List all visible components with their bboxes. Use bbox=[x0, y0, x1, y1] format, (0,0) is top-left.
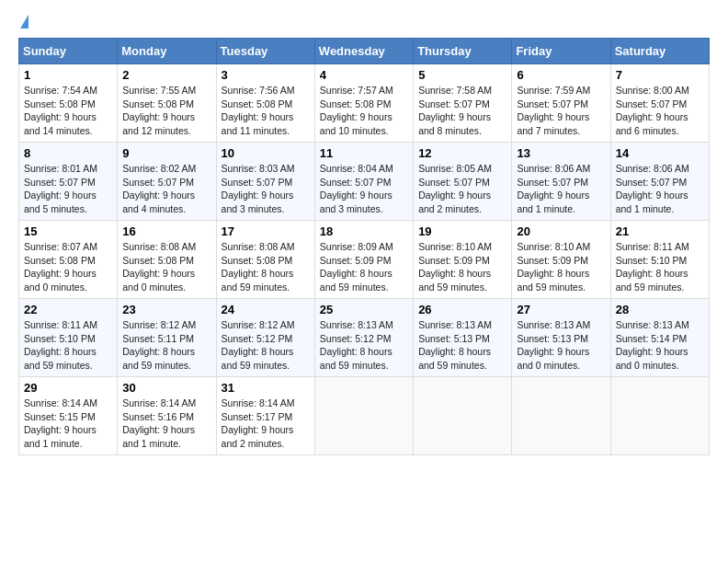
calendar-cell: 31Sunrise: 8:14 AM Sunset: 5:17 PM Dayli… bbox=[216, 377, 314, 455]
header-tuesday: Tuesday bbox=[216, 39, 314, 64]
calendar-cell: 25Sunrise: 8:13 AM Sunset: 5:12 PM Dayli… bbox=[314, 299, 413, 377]
calendar: Sunday Monday Tuesday Wednesday Thursday… bbox=[18, 38, 710, 455]
day-info: Sunrise: 8:08 AM Sunset: 5:08 PM Dayligh… bbox=[222, 240, 310, 294]
day-info: Sunrise: 7:56 AM Sunset: 5:08 PM Dayligh… bbox=[222, 84, 310, 138]
header bbox=[18, 15, 710, 29]
day-number: 11 bbox=[320, 146, 408, 160]
calendar-week-row: 1Sunrise: 7:54 AM Sunset: 5:08 PM Daylig… bbox=[19, 64, 710, 143]
day-number: 16 bbox=[122, 224, 210, 238]
header-thursday: Thursday bbox=[414, 39, 512, 64]
header-wednesday: Wednesday bbox=[314, 39, 413, 64]
calendar-cell: 3Sunrise: 7:56 AM Sunset: 5:08 PM Daylig… bbox=[216, 64, 314, 143]
day-info: Sunrise: 8:04 AM Sunset: 5:07 PM Dayligh… bbox=[320, 162, 408, 216]
logo-triangle-icon bbox=[20, 15, 28, 29]
day-number: 27 bbox=[517, 303, 605, 316]
day-info: Sunrise: 8:10 AM Sunset: 5:09 PM Dayligh… bbox=[418, 240, 506, 294]
day-info: Sunrise: 8:14 AM Sunset: 5:16 PM Dayligh… bbox=[122, 396, 210, 451]
day-info: Sunrise: 8:00 AM Sunset: 5:07 PM Dayligh… bbox=[616, 84, 704, 138]
weekday-header-row: Sunday Monday Tuesday Wednesday Thursday… bbox=[19, 39, 710, 64]
day-info: Sunrise: 8:05 AM Sunset: 5:07 PM Dayligh… bbox=[418, 162, 506, 216]
day-number: 10 bbox=[222, 146, 310, 160]
calendar-cell: 19Sunrise: 8:10 AM Sunset: 5:09 PM Dayli… bbox=[414, 221, 512, 299]
calendar-cell: 2Sunrise: 7:55 AM Sunset: 5:08 PM Daylig… bbox=[118, 64, 216, 143]
day-number: 31 bbox=[222, 381, 310, 395]
calendar-cell: 27Sunrise: 8:13 AM Sunset: 5:13 PM Dayli… bbox=[512, 299, 610, 377]
calendar-week-row: 29Sunrise: 8:14 AM Sunset: 5:15 PM Dayli… bbox=[19, 377, 710, 455]
calendar-cell: 7Sunrise: 8:00 AM Sunset: 5:07 PM Daylig… bbox=[610, 64, 709, 143]
day-number: 29 bbox=[24, 381, 112, 395]
calendar-cell: 17Sunrise: 8:08 AM Sunset: 5:08 PM Dayli… bbox=[216, 221, 314, 299]
day-number: 3 bbox=[222, 68, 310, 82]
calendar-cell: 28Sunrise: 8:13 AM Sunset: 5:14 PM Dayli… bbox=[610, 299, 709, 377]
calendar-cell: 8Sunrise: 8:01 AM Sunset: 5:07 PM Daylig… bbox=[19, 143, 118, 221]
calendar-week-row: 8Sunrise: 8:01 AM Sunset: 5:07 PM Daylig… bbox=[19, 143, 710, 221]
day-info: Sunrise: 8:12 AM Sunset: 5:11 PM Dayligh… bbox=[122, 318, 210, 373]
day-info: Sunrise: 8:06 AM Sunset: 5:07 PM Dayligh… bbox=[616, 162, 704, 216]
calendar-cell: 13Sunrise: 8:06 AM Sunset: 5:07 PM Dayli… bbox=[512, 143, 610, 221]
calendar-cell: 14Sunrise: 8:06 AM Sunset: 5:07 PM Dayli… bbox=[610, 143, 709, 221]
calendar-week-row: 15Sunrise: 8:07 AM Sunset: 5:08 PM Dayli… bbox=[19, 221, 710, 299]
day-info: Sunrise: 8:13 AM Sunset: 5:14 PM Dayligh… bbox=[616, 318, 704, 373]
logo-row bbox=[18, 15, 28, 29]
day-number: 12 bbox=[418, 146, 506, 160]
day-number: 23 bbox=[122, 303, 210, 316]
calendar-cell: 20Sunrise: 8:10 AM Sunset: 5:09 PM Dayli… bbox=[512, 221, 610, 299]
calendar-cell: 26Sunrise: 8:13 AM Sunset: 5:13 PM Dayli… bbox=[414, 299, 512, 377]
calendar-cell: 30Sunrise: 8:14 AM Sunset: 5:16 PM Dayli… bbox=[118, 377, 216, 455]
day-info: Sunrise: 8:13 AM Sunset: 5:13 PM Dayligh… bbox=[418, 318, 506, 373]
header-saturday: Saturday bbox=[610, 39, 709, 64]
day-info: Sunrise: 8:11 AM Sunset: 5:10 PM Dayligh… bbox=[616, 240, 704, 294]
calendar-cell: 18Sunrise: 8:09 AM Sunset: 5:09 PM Dayli… bbox=[314, 221, 413, 299]
day-info: Sunrise: 7:54 AM Sunset: 5:08 PM Dayligh… bbox=[24, 84, 112, 138]
day-info: Sunrise: 8:02 AM Sunset: 5:07 PM Dayligh… bbox=[122, 162, 210, 216]
calendar-cell: 4Sunrise: 7:57 AM Sunset: 5:08 PM Daylig… bbox=[314, 64, 413, 143]
calendar-cell: 11Sunrise: 8:04 AM Sunset: 5:07 PM Dayli… bbox=[314, 143, 413, 221]
day-number: 9 bbox=[122, 146, 210, 160]
day-info: Sunrise: 8:10 AM Sunset: 5:09 PM Dayligh… bbox=[517, 240, 605, 294]
day-info: Sunrise: 8:09 AM Sunset: 5:09 PM Dayligh… bbox=[320, 240, 408, 294]
day-number: 15 bbox=[24, 224, 112, 238]
logo bbox=[18, 15, 28, 29]
day-number: 19 bbox=[418, 224, 506, 238]
day-number: 6 bbox=[517, 68, 605, 82]
day-number: 17 bbox=[222, 224, 310, 238]
calendar-cell: 1Sunrise: 7:54 AM Sunset: 5:08 PM Daylig… bbox=[19, 64, 118, 143]
calendar-cell bbox=[414, 377, 512, 455]
day-info: Sunrise: 8:11 AM Sunset: 5:10 PM Dayligh… bbox=[24, 318, 112, 373]
day-info: Sunrise: 8:12 AM Sunset: 5:12 PM Dayligh… bbox=[222, 318, 310, 373]
day-number: 14 bbox=[616, 146, 704, 160]
calendar-cell: 12Sunrise: 8:05 AM Sunset: 5:07 PM Dayli… bbox=[414, 143, 512, 221]
day-info: Sunrise: 7:55 AM Sunset: 5:08 PM Dayligh… bbox=[122, 84, 210, 138]
day-number: 1 bbox=[24, 68, 112, 82]
calendar-cell: 22Sunrise: 8:11 AM Sunset: 5:10 PM Dayli… bbox=[19, 299, 118, 377]
day-info: Sunrise: 8:07 AM Sunset: 5:08 PM Dayligh… bbox=[24, 240, 112, 294]
header-sunday: Sunday bbox=[19, 39, 118, 64]
day-number: 13 bbox=[517, 146, 605, 160]
day-info: Sunrise: 7:59 AM Sunset: 5:07 PM Dayligh… bbox=[517, 84, 605, 138]
calendar-cell: 24Sunrise: 8:12 AM Sunset: 5:12 PM Dayli… bbox=[216, 299, 314, 377]
header-monday: Monday bbox=[118, 39, 216, 64]
calendar-cell: 21Sunrise: 8:11 AM Sunset: 5:10 PM Dayli… bbox=[610, 221, 709, 299]
day-number: 18 bbox=[320, 224, 408, 238]
day-number: 5 bbox=[418, 68, 506, 82]
day-number: 30 bbox=[122, 381, 210, 395]
calendar-cell: 6Sunrise: 7:59 AM Sunset: 5:07 PM Daylig… bbox=[512, 64, 610, 143]
day-info: Sunrise: 8:13 AM Sunset: 5:13 PM Dayligh… bbox=[517, 318, 605, 373]
day-info: Sunrise: 8:01 AM Sunset: 5:07 PM Dayligh… bbox=[24, 162, 112, 216]
day-info: Sunrise: 8:14 AM Sunset: 5:17 PM Dayligh… bbox=[222, 396, 310, 451]
day-number: 21 bbox=[616, 224, 704, 238]
calendar-cell bbox=[512, 377, 610, 455]
calendar-body: 1Sunrise: 7:54 AM Sunset: 5:08 PM Daylig… bbox=[19, 64, 710, 455]
day-number: 7 bbox=[616, 68, 704, 82]
day-number: 2 bbox=[122, 68, 210, 82]
calendar-week-row: 22Sunrise: 8:11 AM Sunset: 5:10 PM Dayli… bbox=[19, 299, 710, 377]
page: Sunday Monday Tuesday Wednesday Thursday… bbox=[0, 0, 728, 470]
calendar-cell: 9Sunrise: 8:02 AM Sunset: 5:07 PM Daylig… bbox=[118, 143, 216, 221]
calendar-cell: 15Sunrise: 8:07 AM Sunset: 5:08 PM Dayli… bbox=[19, 221, 118, 299]
day-number: 20 bbox=[517, 224, 605, 238]
day-number: 8 bbox=[24, 146, 112, 160]
calendar-cell: 29Sunrise: 8:14 AM Sunset: 5:15 PM Dayli… bbox=[19, 377, 118, 455]
day-info: Sunrise: 8:06 AM Sunset: 5:07 PM Dayligh… bbox=[517, 162, 605, 216]
day-number: 22 bbox=[24, 303, 112, 316]
calendar-cell bbox=[314, 377, 413, 455]
